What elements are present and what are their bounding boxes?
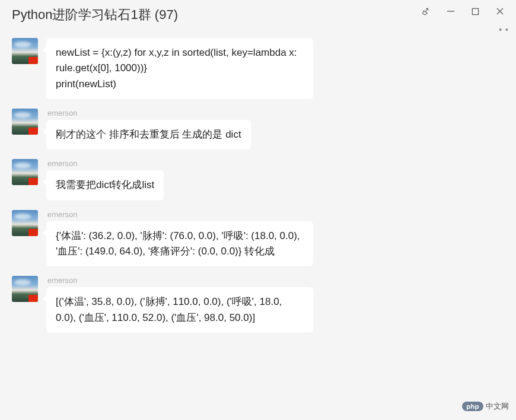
message-bubble[interactable]: {'体温': (36.2, 0.0), '脉搏': (76.0, 0.0), '… (46, 221, 313, 267)
avatar[interactable] (12, 38, 38, 64)
close-icon[interactable] (496, 7, 504, 18)
message-column: emerson 我需要把dict转化成list (46, 159, 164, 200)
sender-name: emerson (46, 159, 164, 168)
more-icon[interactable]: • • (499, 25, 509, 34)
message-bubble[interactable]: newList = {x:(y,z) for x,y,z in sorted(l… (46, 38, 313, 99)
sender-name: emerson (46, 276, 313, 285)
chat-title: Python进阶学习钻石1群 (97) (12, 6, 178, 24)
message-column: emerson 刚才的这个 排序和去重复后 生成的是 dict (46, 109, 251, 149)
avatar[interactable] (12, 109, 38, 135)
message-row: emerson 刚才的这个 排序和去重复后 生成的是 dict (12, 109, 504, 149)
message-column: emerson [('体温', 35.8, 0.0), ('脉搏', 110.0… (46, 276, 313, 333)
pin-icon[interactable] (422, 7, 430, 18)
chat-header: Python进阶学习钻石1群 (97) (0, 0, 516, 32)
message-row: emerson {'体温': (36.2, 0.0), '脉搏': (76.0,… (12, 210, 504, 267)
message-row: emerson 我需要把dict转化成list (12, 159, 504, 200)
svg-rect-1 (472, 8, 478, 14)
message-bubble[interactable]: 刚才的这个 排序和去重复后 生成的是 dict (46, 120, 251, 149)
watermark-badge: php (462, 402, 483, 411)
message-row: emerson [('体温', 35.8, 0.0), ('脉搏', 110.0… (12, 276, 504, 333)
message-bubble[interactable]: 我需要把dict转化成list (46, 170, 164, 200)
watermark-text: 中文网 (486, 401, 509, 412)
sender-name: emerson (46, 210, 313, 219)
watermark: php 中文网 (462, 401, 509, 412)
maximize-icon[interactable] (472, 7, 479, 18)
avatar[interactable] (12, 210, 38, 236)
sender-name: emerson (46, 109, 251, 117)
avatar[interactable] (12, 159, 38, 185)
avatar[interactable] (12, 276, 38, 302)
message-bubble[interactable]: [('体温', 35.8, 0.0), ('脉搏', 110.0, 0.0), … (46, 287, 313, 333)
window-controls (422, 7, 504, 18)
message-column: emerson {'体温': (36.2, 0.0), '脉搏': (76.0,… (46, 210, 313, 267)
message-column: newList = {x:(y,z) for x,y,z in sorted(l… (46, 38, 313, 99)
message-row: newList = {x:(y,z) for x,y,z in sorted(l… (12, 38, 504, 99)
minimize-icon[interactable] (447, 7, 455, 18)
chat-area: newList = {x:(y,z) for x,y,z in sorted(l… (0, 32, 516, 348)
